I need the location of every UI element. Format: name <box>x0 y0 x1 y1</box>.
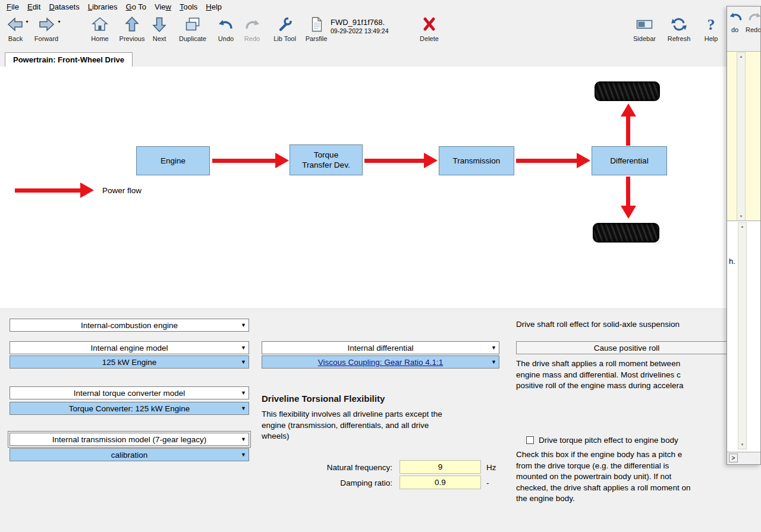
chevron-down-icon[interactable]: ▼ <box>241 391 246 396</box>
differential-category-dropdown[interactable]: Internal differential ▼ <box>262 341 499 354</box>
delete-label: Delete <box>415 35 444 42</box>
parsfile-button[interactable]: Parsfile <box>302 15 331 48</box>
white-panel-scrollbar[interactable]: ▲ ▼ <box>738 222 747 449</box>
engine-model-dropdown[interactable]: 125 kW Engine ▼ <box>10 355 249 369</box>
overlay-undo-label: do <box>731 26 738 33</box>
menu-view[interactable]: View <box>150 1 175 13</box>
refresh-button[interactable]: Refresh <box>665 15 693 48</box>
back-label: Back <box>1 35 30 42</box>
arrow-transmission-to-diff <box>516 159 577 163</box>
arrowhead-top-wheel <box>621 103 636 117</box>
overlay-notes-white-panel[interactable]: h. F ▲ ▼ <box>727 221 761 452</box>
engine-type-dropdown[interactable]: Internal-combustion engine ▼ <box>10 319 249 332</box>
refresh-label: Refresh <box>665 35 693 42</box>
svg-text:?: ? <box>707 16 715 33</box>
damping-ratio-unit: - <box>486 479 489 487</box>
cause-positive-roll-button[interactable]: Cause positive roll <box>516 341 737 354</box>
transmission-dropdown[interactable]: calibration ▼ <box>10 448 249 461</box>
redo-label: Redo <box>238 35 266 42</box>
home-icon <box>86 15 114 35</box>
torque-transfer-box[interactable]: Torque Transfer Dev. <box>290 144 363 175</box>
dataset-name: FWD_91f1f768. <box>331 18 389 27</box>
arrow-ttd-to-transmission <box>364 159 424 163</box>
sidebar-button[interactable]: Sidebar <box>630 15 659 48</box>
drive-torque-pitch-checkbox[interactable] <box>526 436 534 444</box>
help-label: Help <box>697 35 725 42</box>
legend-label: Power flow <box>102 186 141 195</box>
chevron-down-icon[interactable]: ▼ <box>491 360 496 365</box>
home-button[interactable]: Home <box>86 15 114 48</box>
dataset-timestamp: 09-29-2022 13:49:24 <box>331 27 389 35</box>
chevron-down-icon[interactable]: ▼ <box>241 437 246 442</box>
overlay-window[interactable]: do Redo ▲ ▼ h. F ▲ ▼ > <box>727 6 761 465</box>
roll-effect-description: The drive shaft applies a roll moment be… <box>516 358 737 392</box>
menu-help[interactable]: Help <box>202 1 226 13</box>
forward-label: Forward <box>32 35 61 42</box>
transmission-category-dropdown[interactable]: Internal transmission model (7-gear lega… <box>10 433 249 446</box>
delete-button[interactable]: Delete <box>415 15 444 48</box>
transmission-box[interactable]: Transmission <box>439 146 514 175</box>
undo-button[interactable]: Undo <box>212 15 240 48</box>
menu-file[interactable]: File <box>2 1 23 13</box>
flexibility-description: This flexibility involves all driveline … <box>262 409 498 442</box>
scroll-up-icon[interactable]: ▲ <box>738 223 746 231</box>
menu-libraries[interactable]: Libraries <box>84 1 122 13</box>
menu-tools[interactable]: Tools <box>175 1 202 13</box>
engine-box[interactable]: Engine <box>136 146 210 175</box>
overlay-redo-icon <box>747 9 761 27</box>
legend-arrowhead <box>80 182 94 198</box>
natural-frequency-input[interactable]: 9 <box>400 460 481 474</box>
down-arrow-icon <box>145 15 174 35</box>
duplicate-button[interactable]: Duplicate <box>176 15 209 48</box>
chevron-down-icon[interactable]: ▼ <box>491 345 496 351</box>
chevron-down-icon[interactable]: ▼ <box>241 360 246 365</box>
chevron-down-icon[interactable]: ▼ <box>241 345 246 351</box>
sidebar-panel-icon <box>630 15 659 35</box>
menu-goto[interactable]: Go To <box>122 1 150 13</box>
chevron-down-icon[interactable]: ▼ <box>241 452 246 458</box>
menu-edit[interactable]: Edit <box>23 1 45 13</box>
back-arrow-icon <box>1 15 30 35</box>
engine-model-category-dropdown[interactable]: Internal engine model ▼ <box>10 341 249 354</box>
back-dropdown-icon[interactable]: ▼ <box>25 20 29 24</box>
menu-datasets[interactable]: Datasets <box>45 1 83 13</box>
torque-converter-dropdown[interactable]: Torque Converter: 125 kW Engine ▼ <box>10 402 249 415</box>
yellow-panel-scrollbar[interactable]: ▲ ▼ <box>737 52 746 221</box>
menu-bar: File Edit Datasets Libraries Go To View … <box>0 0 761 13</box>
roll-effect-caption: Drive shaft roll effect for solid-axle s… <box>516 319 736 330</box>
arrow-diff-to-top-wheel <box>626 117 630 146</box>
chevron-down-icon[interactable]: ▼ <box>241 323 246 328</box>
redo-icon <box>238 15 266 35</box>
natural-frequency-unit: Hz <box>486 463 496 472</box>
redo-button: Redo <box>238 15 266 48</box>
duplicate-icon <box>176 15 209 35</box>
next-button[interactable]: Next <box>145 15 174 48</box>
drive-torque-pitch-label: Drive torque pitch effect to engine body <box>539 436 678 445</box>
tab-powertrain[interactable]: Powertrain: Front-Wheel Drive <box>5 52 133 67</box>
damping-ratio-label: Damping ratio: <box>262 479 392 487</box>
overlay-redo-label: Redo <box>746 26 761 33</box>
forward-dropdown-icon[interactable]: ▼ <box>57 20 61 24</box>
lib-tool-button[interactable]: Lib Tool <box>269 15 301 48</box>
differential-box[interactable]: Differential <box>592 146 667 175</box>
torque-converter-category-dropdown[interactable]: Internal torque converter model ▼ <box>10 386 249 399</box>
arrowhead-bottom-wheel <box>621 206 636 219</box>
sidebar-label: Sidebar <box>630 35 659 42</box>
app-window: File Edit Datasets Libraries Go To View … <box>0 0 761 532</box>
forward-button[interactable]: Forward <box>32 15 61 48</box>
scroll-down-icon[interactable]: ▼ <box>738 441 746 449</box>
parsfile-label: Parsfile <box>302 35 331 42</box>
flexibility-heading: Driveline Torsional Flexibility <box>262 394 385 404</box>
previous-button[interactable]: Previous <box>118 15 146 48</box>
legend-arrow <box>15 188 80 193</box>
scroll-right-button[interactable]: > <box>729 454 738 462</box>
damping-ratio-input[interactable]: 0.9 <box>400 476 481 489</box>
chevron-down-icon[interactable]: ▼ <box>241 406 246 411</box>
undo-label: Undo <box>212 35 240 42</box>
scroll-down-icon[interactable]: ▼ <box>737 213 745 221</box>
help-button[interactable]: ? Help <box>697 15 725 48</box>
overlay-notes-yellow-panel[interactable]: ▲ ▼ <box>727 51 761 222</box>
scroll-up-icon[interactable]: ▲ <box>737 53 745 61</box>
overlay-undo-icon[interactable] <box>728 9 744 27</box>
differential-link-dropdown[interactable]: Viscous Coupling: Gear Ratio 4.1:1 ▼ <box>262 355 499 369</box>
